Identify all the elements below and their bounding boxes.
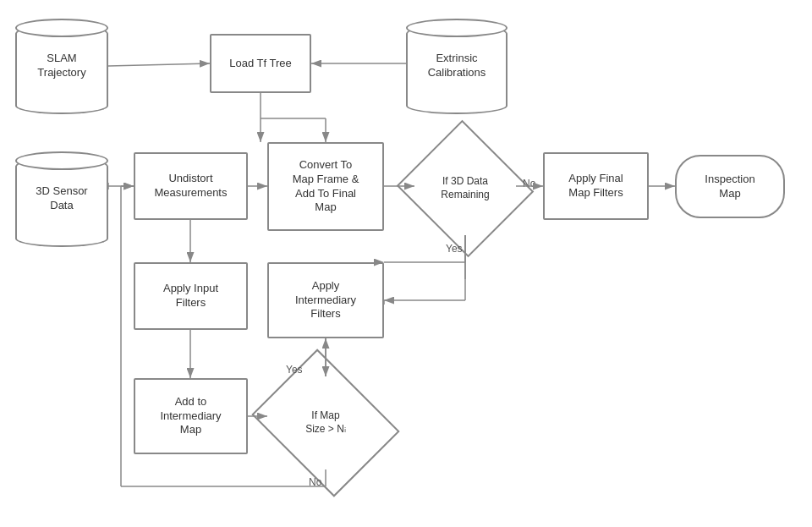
slam-trajectory-label: SLAM Trajectory bbox=[15, 24, 108, 108]
yes2-label: Yes bbox=[286, 364, 303, 376]
apply-input-node: Apply Input Filters bbox=[134, 262, 248, 330]
load-tf-tree-node: Load Tf Tree bbox=[210, 34, 311, 93]
svg-line-2 bbox=[108, 63, 210, 66]
if-map-size-node: If Map Size > Nᵢ bbox=[267, 376, 384, 469]
inspection-map-node: Inspection Map bbox=[675, 155, 785, 218]
sensor-data-label: 3D Sensor Data bbox=[15, 156, 108, 241]
flowchart-diagram: SLAM Trajectory Load Tf Tree Extrinsic C… bbox=[0, 0, 812, 527]
yes-label: Yes bbox=[446, 243, 463, 255]
apply-final-node: Apply Final Map Filters bbox=[543, 152, 649, 220]
extrinsic-calibrations-label: Extrinsic Calibrations bbox=[406, 24, 508, 108]
no-label: No bbox=[523, 178, 535, 189]
undistort-node: Undistort Measurements bbox=[134, 152, 248, 220]
if-3d-data-node: If 3D Data Remaining bbox=[414, 142, 516, 235]
convert-to-map-node: Convert To Map Frame & Add To Final Map bbox=[267, 142, 384, 231]
no2-label: No bbox=[309, 476, 321, 488]
apply-intermediary-node: Apply Intermediary Filters bbox=[267, 262, 384, 338]
add-intermediary-node: Add to Intermediary Map bbox=[134, 378, 248, 454]
